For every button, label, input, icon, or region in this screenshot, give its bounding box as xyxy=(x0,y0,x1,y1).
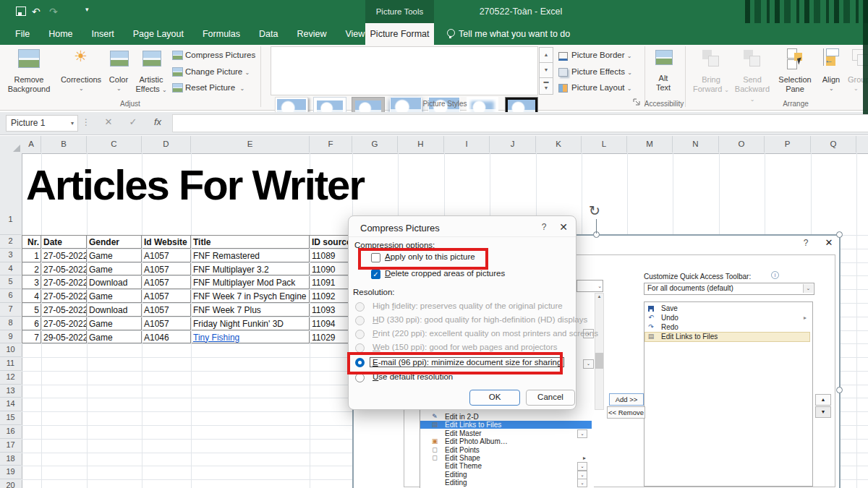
table-cell[interactable]: A1057 xyxy=(142,304,191,317)
column-header-G[interactable]: G xyxy=(352,136,398,153)
tab-review[interactable]: Review xyxy=(287,23,336,45)
enter-entry-icon[interactable]: ✓ xyxy=(124,114,142,130)
table-cell[interactable]: 11092 xyxy=(310,290,352,303)
table-cell[interactable]: 27-05-2022 xyxy=(42,263,87,276)
undo-icon[interactable]: ↶ xyxy=(32,0,41,23)
table-cell[interactable]: A1057 xyxy=(142,249,191,262)
row-header-8[interactable]: 8 xyxy=(0,317,21,330)
column-header-J[interactable]: J xyxy=(490,136,536,153)
column-header-I[interactable]: I xyxy=(444,136,490,153)
column-header-D[interactable]: D xyxy=(142,136,191,153)
table-cell[interactable]: 27-05-2022 xyxy=(42,317,87,330)
table-cell[interactable]: A1057 xyxy=(142,317,191,330)
table-cell[interactable]: 27-05-2022 xyxy=(42,276,87,289)
rotate-handle-icon[interactable]: ↻ xyxy=(589,202,600,219)
row-header-11[interactable]: 11 xyxy=(0,357,21,371)
table-header-cell[interactable]: Date xyxy=(42,236,87,249)
checkbox-delete-cropped[interactable]: ✓ xyxy=(371,270,380,279)
table-cell[interactable]: FNF Week 7 in Psych Engine xyxy=(192,290,310,303)
select-all-corner[interactable] xyxy=(0,136,22,154)
table-header-cell[interactable]: Nr. xyxy=(22,236,41,249)
table-cell[interactable]: Friday Night Funkin' 3D xyxy=(192,317,310,330)
resize-handle-top-right[interactable] xyxy=(836,231,843,238)
gallery-more-button[interactable]: ▬▼ xyxy=(539,77,553,95)
column-header-Q[interactable]: Q xyxy=(811,136,856,153)
table-cell[interactable]: 11089 xyxy=(310,249,352,262)
table-cell[interactable]: Game xyxy=(88,317,142,330)
table-header-cell[interactable]: Gender xyxy=(88,236,142,249)
formula-input[interactable] xyxy=(172,114,868,132)
table-header-cell[interactable]: Id Website xyxy=(142,236,191,249)
table-cell[interactable]: Game xyxy=(88,249,142,262)
row-header-17[interactable]: 17 xyxy=(0,439,21,453)
picture-border-button[interactable]: Picture Border ⌄ xyxy=(558,49,631,62)
selection-pane-button[interactable]: Selection Pane xyxy=(774,46,816,97)
column-header-K[interactable]: K xyxy=(536,136,582,153)
row-header-20[interactable]: 20 xyxy=(0,479,21,488)
remove-background-button[interactable]: Remove Background xyxy=(7,46,51,97)
corrections-button[interactable]: ☀ Corrections ⌄ xyxy=(59,46,103,97)
table-cell[interactable]: 2 xyxy=(22,263,41,276)
picture-effects-button[interactable]: Picture Effects ⌄ xyxy=(558,66,632,79)
table-cell[interactable]: 5 xyxy=(22,304,41,317)
table-cell[interactable]: 27-05-2022 xyxy=(42,249,87,262)
row-header-16[interactable]: 16 xyxy=(0,425,21,439)
redo-icon[interactable]: ↷ xyxy=(49,0,58,23)
column-header-B[interactable]: B xyxy=(41,136,87,153)
row-header-1[interactable]: 1 xyxy=(0,153,21,235)
table-cell[interactable]: 7 xyxy=(22,331,41,344)
insert-function-icon[interactable]: fx xyxy=(149,114,166,130)
artistic-effects-button[interactable]: Artistic Effects ⌄ xyxy=(135,46,168,97)
picture-layout-button[interactable]: Picture Layout ⌄ xyxy=(558,82,631,95)
tab-formulas[interactable]: Formulas xyxy=(193,23,250,45)
save-icon[interactable] xyxy=(16,7,26,16)
row-header-2[interactable]: 2 xyxy=(0,235,21,249)
name-box[interactable]: Picture 1 ▾ xyxy=(6,115,78,132)
table-cell[interactable]: FNF Multiplayer 3.2 xyxy=(192,263,310,276)
row-header-14[interactable]: 14 xyxy=(0,398,21,411)
table-link-cell[interactable]: Tiny Fishing xyxy=(192,331,310,344)
ok-button[interactable]: OK xyxy=(469,390,520,406)
resize-handle-right[interactable] xyxy=(836,387,843,393)
table-cell[interactable]: A1057 xyxy=(142,276,191,289)
name-box-splitter[interactable]: ⋮ xyxy=(82,115,90,130)
column-header-A[interactable]: A xyxy=(22,136,41,153)
column-header-N[interactable]: N xyxy=(673,136,719,153)
table-cell[interactable]: 29-05-2022 xyxy=(42,331,87,344)
table-cell[interactable]: Game xyxy=(88,263,142,276)
column-header-F[interactable]: F xyxy=(310,136,352,153)
row-header-15[interactable]: 15 xyxy=(0,411,21,425)
row-header-9[interactable]: 9 xyxy=(0,330,21,344)
column-header-O[interactable]: O xyxy=(719,136,765,153)
table-cell[interactable]: 11094 xyxy=(310,317,352,330)
qat-customize-icon[interactable]: ▾ xyxy=(85,0,89,21)
table-cell[interactable]: Game xyxy=(88,290,142,303)
row-header-13[interactable]: 13 xyxy=(0,385,21,398)
cancel-button[interactable]: Cancel xyxy=(526,390,575,406)
table-cell[interactable]: A1046 xyxy=(142,331,191,344)
table-cell[interactable]: 1 xyxy=(22,249,41,262)
table-cell[interactable]: A1057 xyxy=(142,290,191,303)
table-cell[interactable]: 3 xyxy=(22,276,41,289)
row-header-7[interactable]: 7 xyxy=(0,303,21,317)
align-button[interactable]: ← Align ⌄ xyxy=(817,46,845,97)
dialog-help-icon[interactable]: ? xyxy=(538,222,550,232)
row-header-5[interactable]: 5 xyxy=(0,275,21,289)
column-header-E[interactable]: E xyxy=(191,136,310,153)
tab-page-layout[interactable]: Page Layout xyxy=(124,23,193,45)
column-header-C[interactable]: C xyxy=(87,136,142,153)
table-cell[interactable]: 27-05-2022 xyxy=(42,290,87,303)
table-cell[interactable]: Game xyxy=(88,331,142,344)
row-header-10[interactable]: 10 xyxy=(0,343,21,357)
table-cell[interactable]: 4 xyxy=(22,290,41,303)
row-header-12[interactable]: 12 xyxy=(0,371,21,385)
table-cell[interactable]: FNF Week 7 Plus xyxy=(192,304,310,317)
table-cell[interactable]: Download xyxy=(88,276,142,289)
tab-insert[interactable]: Insert xyxy=(82,23,124,45)
tab-picture-format[interactable]: Picture Format xyxy=(365,23,434,45)
picture-selection-left-edge[interactable] xyxy=(352,408,354,488)
tab-file[interactable]: File xyxy=(6,23,39,45)
color-button[interactable]: Color ⌄ xyxy=(104,46,133,97)
picture-selection-right-edge[interactable] xyxy=(839,235,841,488)
compress-pictures-button[interactable]: Compress Pictures xyxy=(172,49,255,61)
